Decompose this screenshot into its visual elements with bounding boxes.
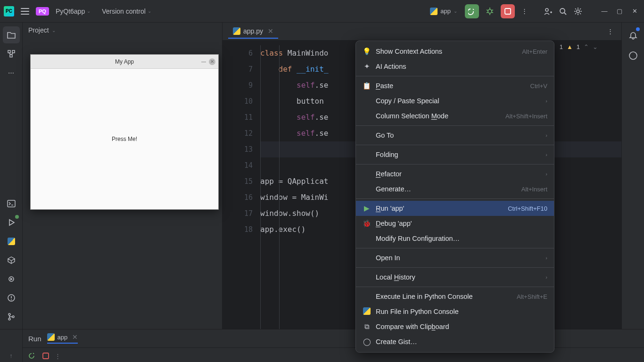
run-config-selector[interactable]: app ⌄ (426, 6, 461, 17)
cm-show-context-actions[interactable]: 💡 Show Context Actions Alt+Enter (356, 44, 554, 59)
svg-rect-27 (8, 200, 15, 207)
project-selector[interactable]: PyQt6app ⌄ (52, 6, 94, 17)
run-button[interactable] (465, 4, 479, 18)
prev-highlight-button[interactable]: ⌃ (584, 43, 589, 50)
close-run-tab-button[interactable]: ✕ (72, 333, 78, 341)
cm-local-history[interactable]: Local History › (356, 270, 554, 285)
run-more-button[interactable]: ⋮ (55, 353, 61, 360)
main-menu-button[interactable] (21, 8, 29, 15)
cm-modify-run-config[interactable]: Modify Run Configuration… (356, 231, 554, 246)
python-icon (430, 8, 438, 15)
python-icon (233, 27, 240, 35)
paste-suffix: aste (380, 82, 393, 90)
editor-tab-app[interactable]: app.py ✕ (228, 25, 278, 39)
cm-generate[interactable]: Generate… Alt+Insert (356, 181, 554, 197)
cm-go-to[interactable]: Go To › (356, 128, 554, 143)
more-actions-button[interactable]: ⋮ (519, 6, 530, 17)
project-panel-title: Project (28, 26, 49, 34)
svg-line-3 (487, 10, 488, 10)
clipboard-icon: 📋 (363, 82, 371, 90)
press-me-button[interactable]: Press Me! (110, 134, 139, 144)
python-icon (363, 307, 371, 316)
right-toolbar (621, 23, 644, 329)
run-tool-button[interactable] (3, 214, 20, 231)
svg-point-11 (560, 8, 565, 13)
ai-icon: ✦ (363, 63, 371, 70)
tab-label: app.py (243, 27, 263, 35)
chevron-down-icon: ⌄ (52, 28, 56, 33)
close-tab-button[interactable]: ✕ (268, 27, 273, 35)
cm-copy-paste-special[interactable]: Copy / Paste Special › (356, 93, 554, 108)
qt-app-window[interactable]: My App — ✕ Press Me! (30, 54, 219, 210)
ai-assistant-button[interactable] (625, 47, 642, 64)
version-control-menu[interactable]: Version control ⌄ (98, 6, 155, 17)
project-badge: PQ (36, 7, 49, 16)
cm-ai-actions[interactable]: ✦ AI Actions (356, 59, 554, 74)
svg-line-4 (492, 10, 493, 10)
services-tool-button[interactable] (3, 271, 20, 288)
more-tools-button[interactable]: ⋯ (3, 64, 20, 81)
stop-button[interactable] (501, 4, 515, 18)
project-tool-button[interactable] (3, 26, 20, 43)
chevron-right-icon: › (545, 98, 547, 104)
window-maximize-button[interactable]: ▢ (614, 6, 625, 17)
terminal-tool-button[interactable] (3, 195, 20, 212)
qt-minimize-button[interactable]: — (200, 58, 207, 65)
bug-icon: 🐞 (363, 220, 371, 228)
scroll-up-button[interactable]: ↑ (9, 352, 13, 359)
svg-rect-35 (43, 353, 49, 359)
svg-rect-24 (10, 55, 12, 57)
problems-tool-button[interactable] (3, 289, 20, 306)
run-tab-name: app (58, 334, 68, 341)
svg-point-0 (488, 9, 492, 13)
notifications-button[interactable] (625, 26, 642, 43)
stop-process-button[interactable] (42, 353, 49, 359)
cm-create-gist[interactable]: ◯ Create Gist… (356, 334, 554, 349)
cm-run-app[interactable]: ▶ Run 'app' Ctrl+Shift+F10 (356, 201, 554, 216)
qt-titlebar[interactable]: My App — ✕ (31, 55, 218, 69)
cm-open-in[interactable]: Open In › (356, 250, 554, 265)
python-console-button[interactable] (3, 233, 20, 250)
github-icon: ◯ (363, 338, 371, 346)
pycharm-icon: PC (4, 6, 14, 16)
window-minimize-button[interactable]: — (599, 6, 610, 17)
settings-button[interactable] (572, 6, 584, 17)
cm-refactor[interactable]: Refactor › (356, 166, 554, 181)
rerun-button[interactable] (28, 352, 37, 360)
window-close-button[interactable]: ✕ (629, 6, 640, 17)
cm-paste[interactable]: 📋 Paste Ctrl+V (356, 78, 554, 93)
play-icon: ▶ (363, 205, 371, 212)
left-toolbar: ⋯ (0, 23, 23, 329)
project-panel-header[interactable]: Project ⌄ (23, 23, 222, 38)
cm-execute-line[interactable]: Execute Line in Python Console Alt+Shift… (356, 289, 554, 304)
cm-column-selection[interactable]: Column Selection Mode Alt+Shift+Insert (356, 108, 554, 123)
cm-debug-app[interactable]: 🐞 Debug 'app' (356, 216, 554, 231)
svg-line-5 (487, 12, 488, 13)
cm-run-file-console[interactable]: Run File in Python Console (356, 304, 554, 319)
git-tool-button[interactable] (3, 308, 20, 325)
chevron-right-icon: › (545, 171, 547, 177)
editor-more-button[interactable]: ⋮ (604, 26, 616, 37)
editor-gutter: 679101112131415161718 (223, 41, 260, 329)
inspection-widget[interactable]: ▲1 ▲1 ⌃ ⌄ (550, 43, 598, 50)
code-with-me-icon[interactable] (542, 6, 553, 17)
svg-rect-7 (505, 8, 511, 14)
cm-folding[interactable]: Folding › (356, 147, 554, 162)
svg-line-20 (575, 13, 576, 14)
search-everywhere-button[interactable] (557, 6, 569, 17)
press-me-label: Press Me! (112, 136, 137, 142)
chevron-down-icon: ⌄ (454, 8, 457, 14)
warning-icon: ▲ (567, 43, 573, 50)
debug-button[interactable] (483, 4, 497, 18)
titlebar: PC PQ PyQt6app ⌄ Version control ⌄ app ⌄ (0, 0, 644, 23)
chevron-right-icon: › (545, 255, 547, 261)
weak-warning-count: 1 (577, 43, 580, 50)
python-icon (47, 333, 55, 341)
structure-tool-button[interactable] (3, 45, 20, 62)
next-highlight-button[interactable]: ⌄ (593, 43, 598, 50)
run-tab-app[interactable]: app ✕ (47, 333, 78, 344)
cm-compare-clipboard[interactable]: ⧉ Compare with Clipboard (356, 319, 554, 334)
python-packages-button[interactable] (3, 252, 20, 269)
qt-close-button[interactable]: ✕ (209, 58, 215, 65)
vcs-label: Version control (102, 8, 146, 15)
